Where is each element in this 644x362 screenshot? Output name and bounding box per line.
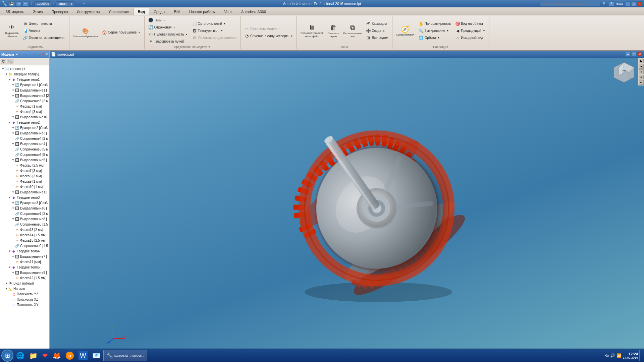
- shadows-btn[interactable]: 🌑 Тени ▼: [147, 17, 190, 23]
- tab-bim[interactable]: BIM: [169, 8, 185, 15]
- tree-item-revolve3[interactable]: ▼ 🔄 Вращение3 [Соз6: [0, 200, 49, 205]
- sidebar-header[interactable]: Модель ▼ 📌 ✕: [0, 51, 49, 58]
- right-panel-btn-1[interactable]: ▶: [639, 59, 644, 63]
- refine-view-btn[interactable]: ⚙ Уточнить представление: [190, 35, 238, 41]
- tree-item-extrude8[interactable]: ▼ 🔲 Выдавливание8 [: [0, 216, 49, 222]
- tree-item-chamfer13[interactable]: ✂ Фаска13 [2 мм]: [0, 227, 49, 232]
- viewport-minimize-btn[interactable]: ─: [625, 52, 631, 57]
- search-icon[interactable]: 🔍: [602, 2, 606, 6]
- tree-item-global-view[interactable]: ▼ 👁 Вид Глобный: [0, 281, 49, 286]
- viewport[interactable]: 📄 колесо.ipt ─ □ ✕ TOP: [50, 51, 644, 358]
- tree-item-plane-yz[interactable]: ◻ Плоскость YZ: [0, 291, 49, 297]
- automate-signs-btn[interactable]: 🔗 Знаки автосовмещения: [21, 35, 67, 41]
- tab-environments[interactable]: Среды: [149, 8, 169, 15]
- clear-screen-btn[interactable]: 🗑 Очиститьэкран: [326, 23, 341, 39]
- ray-trace-btn[interactable]: ✦ Трассировка лучей: [147, 38, 190, 45]
- tray-network[interactable]: 📶: [616, 353, 622, 358]
- taskbar-explorer[interactable]: 📁: [27, 350, 40, 361]
- display-style-btn[interactable]: 🎨 Стиль отображения: [71, 26, 100, 39]
- tab-3d-model[interactable]: 3Д-модель: [1, 8, 29, 15]
- tile-btn[interactable]: ⊞ Все рядом: [364, 35, 390, 41]
- right-panel-btn-2[interactable]: ◀: [639, 64, 644, 69]
- tree-item-extrude9[interactable]: ▼ 🔲 Выдавливание9 [: [0, 270, 49, 275]
- tray-sound[interactable]: 🔊: [610, 353, 615, 358]
- taskbar-word[interactable]: W: [76, 350, 90, 361]
- login-btn[interactable]: Вход: [616, 2, 623, 5]
- tree-item-extrude1[interactable]: ▼ 🔲 Выдавливание1 [: [0, 87, 49, 93]
- tree-item-chamfer7[interactable]: ✂ Фаска7 [3 мм]: [0, 168, 49, 173]
- tree-item-chamfer3[interactable]: ✂ Фаска3 [1 мм]: [0, 104, 49, 109]
- tree-item-extrude3[interactable]: ▼ 🔲 Выдавливание3 [: [0, 130, 49, 136]
- tree-item-fillet5[interactable]: 🔗 Сопряжение5 [5 м: [0, 146, 49, 152]
- taskbar-ie[interactable]: 🌐: [14, 350, 26, 361]
- home-view-btn[interactable]: ⌂ Исходный вид: [453, 35, 487, 41]
- design-selector[interactable]: Титан — г: [56, 1, 74, 6]
- quarter-section-btn[interactable]: ◔ Сечение в одну четверть ▼: [243, 33, 294, 39]
- cascade-btn[interactable]: 🗗 Каскадом: [364, 20, 390, 27]
- tree-item-chamfer8[interactable]: ✂ Фаска8 [3 мм]: [0, 173, 49, 179]
- tree-item-body5[interactable]: ▼ ◆ Твёрдое тело5: [0, 264, 49, 270]
- tree-item-fillet7[interactable]: 🔗 Сопряжение7 [2 м: [0, 211, 49, 216]
- reflections-btn[interactable]: 🔄 Отражения ▼: [147, 24, 190, 31]
- analysis-btn[interactable]: 📊 Анализ: [21, 27, 67, 34]
- switch-window-btn[interactable]: ⧉ Переключениеокна: [341, 23, 363, 39]
- tree-item-extrude7[interactable]: ▼ 🔲 Выдавливание7 [: [0, 254, 49, 259]
- right-panel-btn-5[interactable]: ↩: [639, 80, 644, 85]
- tree-item-revolve1[interactable]: ▼ 🔄 Вращение1 [Соз6: [0, 82, 49, 87]
- tree-item-fillet4[interactable]: 🔗 Сопряжение4 [2 м: [0, 136, 49, 141]
- tab-getstarted[interactable]: Начало работы: [185, 8, 220, 15]
- create-btn[interactable]: ➕ Создать: [364, 27, 390, 34]
- navcube[interactable]: TOP: [612, 61, 636, 85]
- zero-plane-btn[interactable]: ▭ Нулевая плоскость ▼: [147, 31, 190, 38]
- start-button[interactable]: ⊞: [1, 350, 13, 362]
- room-preset-btn[interactable]: 🏠 Серое помещение ▼: [100, 29, 142, 36]
- zoom-btn[interactable]: 🔍 Зумирование ▼: [417, 27, 452, 34]
- tree-item-extrude11[interactable]: ▼ 🔲 Выдавливание11: [0, 189, 49, 195]
- tree-item-extrude6[interactable]: ▼ 🔲 Выдавливание6 [: [0, 205, 49, 211]
- sidebar-search-btn[interactable]: 🔍: [7, 59, 13, 64]
- tree-item-solid-bodies[interactable]: ▼ 📁 Твёрдые тела(5): [0, 71, 49, 77]
- preset-selector[interactable]: Серебро: [34, 1, 51, 6]
- taskbar-media[interactable]: ❤: [40, 350, 50, 361]
- tree-item-extrude5[interactable]: ▼ 🔲 Выдавливание5 [: [0, 157, 49, 163]
- close-btn[interactable]: ✕: [637, 1, 643, 6]
- tree-item-fillet3[interactable]: 🔗 Сопряжение3 [2 м: [0, 98, 49, 104]
- tree-item-plane-xz[interactable]: ◻ Плоскость XZ: [0, 297, 49, 302]
- right-panel-btn-3[interactable]: ⬆: [639, 69, 644, 74]
- tree-item-body3[interactable]: ▼ ◆ Твёрдое тело3: [0, 195, 49, 200]
- tree-item-extrude2[interactable]: ▼ 🔲 Выдавливание2 [2: [0, 93, 49, 98]
- viewport-close-btn[interactable]: ✕: [637, 52, 643, 57]
- previous-view-btn[interactable]: ◀ Предыдущий ▼: [453, 27, 487, 34]
- restore-btn[interactable]: □: [631, 1, 637, 6]
- tree-item-chamfer15[interactable]: ✂ Фаска15 [2.5 мм]: [0, 238, 49, 243]
- tree-item-fillet6[interactable]: 🔗 Сопряжение6 [5 м: [0, 152, 49, 157]
- tree-item-chamfer9[interactable]: ✂ Фаска9 [1 мм]: [0, 179, 49, 184]
- tab-tools[interactable]: Инструменты: [72, 8, 104, 15]
- tab-sketch[interactable]: Эскиз: [29, 8, 47, 15]
- tree-item-body2[interactable]: ▼ ◆ Твёрдое тело2: [0, 120, 49, 125]
- tree-item-fillet8[interactable]: 🔗 Сопряжение8 [1.5: [0, 222, 49, 227]
- tree-item-chamfer12[interactable]: ✂ Фаска12 [1.5 мм]: [0, 275, 49, 281]
- tree-item-body4[interactable]: ▼ ◆ Твёрдое тело4: [0, 248, 49, 254]
- look-at-btn[interactable]: 🎯 Вид на объект: [453, 20, 487, 27]
- tree-item-extrude4[interactable]: ▼ 🔲 Выдавливание4 [: [0, 141, 49, 146]
- taskbar-inventor[interactable]: 🔧 колесо.ipt - Autodes...: [103, 350, 147, 361]
- tree-item-revolve2[interactable]: ▼ 🔄 Вращение2 [Соз6: [0, 125, 49, 130]
- quick-access-redo[interactable]: ↪: [23, 1, 28, 6]
- tab-vault[interactable]: Vault: [220, 8, 237, 15]
- minimize-btn[interactable]: ─: [625, 1, 631, 6]
- tree-item-chamfer11[interactable]: ✂ Фаска11 [мм]: [0, 259, 49, 264]
- sidebar-filter-btn[interactable]: ▽: [1, 59, 6, 64]
- orbit-btn[interactable]: 🌐 Орбита ▼: [417, 35, 452, 41]
- right-panel-btn-4[interactable]: ⬇: [639, 75, 644, 79]
- taskbar-firefox[interactable]: 🦊: [51, 350, 63, 361]
- tree-item-extrude10[interactable]: ▼ 🔲 Выдавливание10: [0, 114, 49, 120]
- tray-show-desktop[interactable]: [639, 350, 641, 361]
- tab-manage[interactable]: Управление: [104, 8, 133, 15]
- tree-item-root[interactable]: ▼ 📄 колесо.ipt: [0, 66, 49, 71]
- tab-inspect[interactable]: Проверка: [47, 8, 72, 15]
- tree-item-plane-xy[interactable]: ◻ Плоскость XY: [0, 302, 49, 307]
- viewport-restore-btn[interactable]: □: [631, 52, 637, 57]
- search-input[interactable]: [540, 1, 600, 6]
- tree-item-chamfer10[interactable]: ✂ Фаска10 [1 мм]: [0, 184, 49, 189]
